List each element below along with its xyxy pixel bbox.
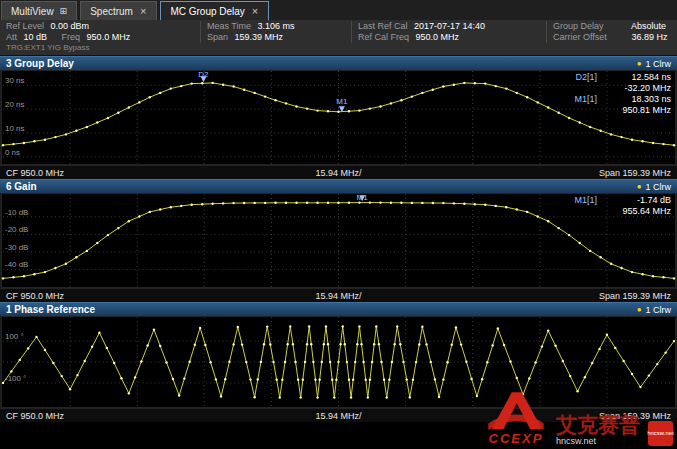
svg-text:D2: D2 <box>198 70 209 79</box>
group-delay-footer: CF 950.0 MHz 15.94 MHz/ Span 159.39 MHz <box>0 165 677 179</box>
ccexp-logo-block: CCEXP <box>484 389 548 446</box>
gain-footer: CF 950.0 MHz 15.94 MHz/ Span 159.39 MHz <box>0 288 677 302</box>
marker-name: D2[1] <box>574 72 597 83</box>
trace1-color-dot: ● <box>637 183 642 191</box>
window-title: 6 Gain <box>6 181 37 192</box>
ref-level-value[interactable]: 0.00 dBm <box>51 21 90 31</box>
last-ref-cal-value: 2017-07-17 14:40 <box>414 21 485 31</box>
header-columns: Ref Level 0.00 dBm Att 10 dB Freq 950.0 … <box>0 21 677 43</box>
freq-value[interactable]: 950.0 MHz <box>87 32 131 42</box>
header-col-level: Ref Level 0.00 dBm Att 10 dB Freq 950.0 … <box>0 21 201 43</box>
trace1-color-dot: ● <box>637 60 642 68</box>
trace-legend[interactable]: ● 1 Clrw <box>637 182 671 192</box>
multiview-grid-icon: ⊞ <box>60 7 68 16</box>
marker-name: M1[1] <box>574 94 597 105</box>
svg-text:20 ns: 20 ns <box>5 100 24 109</box>
marker-freq: -32.20 MHz <box>607 83 671 94</box>
svg-text:M1: M1 <box>336 97 348 106</box>
trace-mode-label: 1 Clrw <box>645 305 671 315</box>
ref-cal-freq-value[interactable]: 950.0 MHz <box>416 32 460 42</box>
panel-gain: 6 Gain ● 1 Clrw -10 dB-20 dB-30 dB-40 dB… <box>0 179 677 302</box>
phase-reference-titlebar[interactable]: 1 Phase Reference ● 1 Clrw <box>0 302 677 316</box>
tab-label: MC Group Delay <box>170 6 244 17</box>
meas-time-value[interactable]: 3.106 ms <box>258 21 295 31</box>
group-delay-titlebar[interactable]: 3 Group Delay ● 1 Clrw <box>0 56 677 70</box>
svg-text:10 ns: 10 ns <box>5 124 24 133</box>
svg-text:M1: M1 <box>357 193 369 202</box>
span-label: Span <box>207 32 228 42</box>
header-col-sweep: Meas Time 3.106 ms Span 159.39 MHz <box>201 21 352 43</box>
carrier-offset-label: Carrier Offset <box>553 32 625 43</box>
analyzer-screen: MultiView ⊞ Spectrum × MC Group Delay × … <box>0 0 677 449</box>
trace1-color-dot: ● <box>637 306 642 314</box>
tab-multiview[interactable]: MultiView ⊞ <box>1 1 77 20</box>
watermark-site: hncsw.net <box>556 436 596 446</box>
trigger-status: TRG:EXT1 YIG Bypass <box>0 43 677 53</box>
watermark-brand: CCEXP <box>489 431 544 446</box>
scale-per-div: 15.94 MHz/ <box>0 168 677 178</box>
marker-value: 18.303 ns <box>607 94 671 105</box>
svg-text:30 ns: 30 ns <box>5 76 24 85</box>
watermark-text-block: 艾克赛普 hncsw.net <box>556 414 640 446</box>
gain-titlebar[interactable]: 6 Gain ● 1 Clrw <box>0 179 677 193</box>
channel-tabbar: MultiView ⊞ Spectrum × MC Group Delay × <box>0 0 677 20</box>
header-col-gd: Group Delay Absolute Carrier Offset 36.8… <box>547 21 677 43</box>
window-title: 1 Phase Reference <box>6 304 95 315</box>
tab-spectrum[interactable]: Spectrum × <box>80 1 157 20</box>
carrier-offset-value: 36.89 Hz <box>632 32 668 42</box>
att-label: Att <box>6 32 17 42</box>
freq-label: Freq <box>62 32 81 42</box>
marker-value: 12.584 ns <box>607 72 671 83</box>
marker-name: M1[1] <box>574 195 597 206</box>
group-delay-label: Group Delay <box>553 21 625 32</box>
svg-text:0 ns: 0 ns <box>5 148 20 157</box>
ccexp-logo-icon <box>484 389 548 431</box>
tab-label: MultiView <box>11 6 54 17</box>
watermark-badge: hncsw.net <box>648 421 673 446</box>
watermark-badge-site: hncsw.net <box>647 430 674 437</box>
tab-label: Spectrum <box>90 6 133 17</box>
ref-level-label: Ref Level <box>6 21 44 31</box>
svg-text:-10 dB: -10 dB <box>5 208 28 217</box>
close-icon[interactable]: × <box>139 5 147 17</box>
gain-chart[interactable]: -10 dB-20 dB-30 dB-40 dBM1 M1[1] -1.74 d… <box>0 193 677 288</box>
header-col-cal: Last Ref Cal 2017-07-17 14:40 Ref Cal Fr… <box>352 21 547 43</box>
marker-readout: D2[1] 12.584 ns -32.20 MHz M1[1] 18.303 … <box>574 72 671 116</box>
trace-mode-label: 1 Clrw <box>645 59 671 69</box>
marker-freq: 955.64 MHz <box>607 206 671 217</box>
span-value[interactable]: 159.39 MHz <box>235 32 284 42</box>
scale-per-div: 15.94 MHz/ <box>0 291 677 301</box>
channel-info-bar: Ref Level 0.00 dBm Att 10 dB Freq 950.0 … <box>0 20 677 56</box>
close-icon[interactable]: × <box>251 5 259 17</box>
watermark-name-cn: 艾克赛普 <box>556 414 640 436</box>
marker-value: -1.74 dB <box>607 195 671 206</box>
last-ref-cal-label: Last Ref Cal <box>358 21 408 31</box>
panel-group-delay: 3 Group Delay ● 1 Clrw 30 ns20 ns10 ns0 … <box>0 56 677 179</box>
ref-cal-freq-label: Ref Cal Freq <box>358 32 409 42</box>
tab-mc-group-delay[interactable]: MC Group Delay × <box>160 1 269 20</box>
watermark: CCEXP 艾克赛普 hncsw.net hncsw.net <box>484 389 673 446</box>
group-delay-mode-value[interactable]: Absolute <box>631 21 666 31</box>
svg-text:-20 dB: -20 dB <box>5 225 28 234</box>
svg-text:-40 dB: -40 dB <box>5 260 28 269</box>
svg-text:-30 dB: -30 dB <box>5 243 28 252</box>
att-value[interactable]: 10 dB <box>24 32 48 42</box>
window-title: 3 Group Delay <box>6 58 74 69</box>
meas-time-label: Meas Time <box>207 21 251 31</box>
svg-text:100 °: 100 ° <box>5 332 24 341</box>
marker-readout: M1[1] -1.74 dB 955.64 MHz <box>574 195 671 217</box>
trace-legend[interactable]: ● 1 Clrw <box>637 59 671 69</box>
trace-legend[interactable]: ● 1 Clrw <box>637 305 671 315</box>
marker-freq: 950.81 MHz <box>607 105 671 116</box>
group-delay-chart[interactable]: 30 ns20 ns10 ns0 nsD2M1 D2[1] 12.584 ns … <box>0 70 677 165</box>
trace-mode-label: 1 Clrw <box>645 182 671 192</box>
